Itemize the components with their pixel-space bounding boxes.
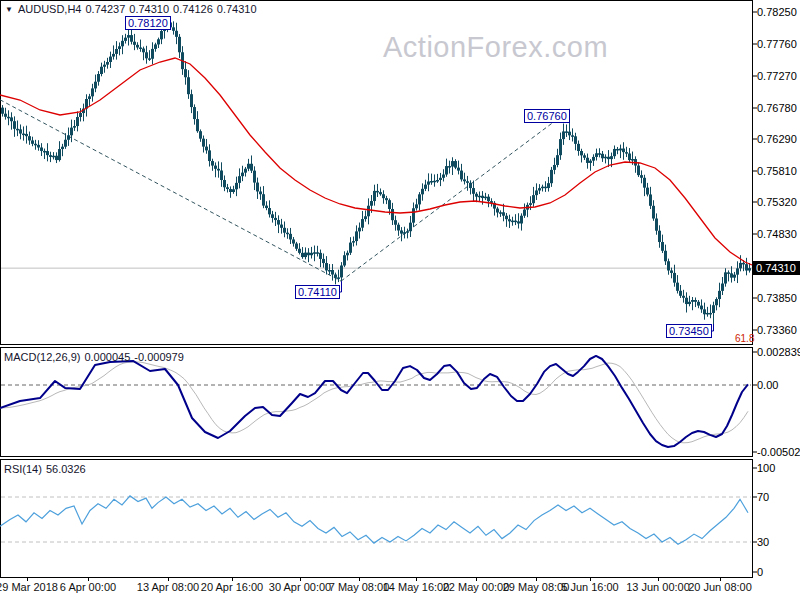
price-axis-label: 0.76780: [757, 102, 797, 114]
price-axis-label: 0.75320: [757, 196, 797, 208]
date-label: 6 Apr 00:00: [43, 581, 133, 593]
macd-axis-label: 0.002839: [757, 346, 800, 358]
price-axis-label: 0.78250: [757, 6, 797, 18]
macd-axis-label: 0.00: [757, 379, 778, 391]
macd-axis-label: -0.005021: [757, 446, 800, 458]
price-axis-label: 0.77270: [757, 70, 797, 82]
price-axis-label: 0.73850: [757, 292, 797, 304]
price-axis-label: 0.77760: [757, 38, 797, 50]
price-axis-label: 0.73360: [757, 324, 797, 336]
axis-labels-layer: 0.782500.777600.772700.767800.762900.758…: [0, 0, 800, 600]
rsi-axis-label: 100: [757, 462, 775, 474]
price-annotation[interactable]: 0.76760: [524, 109, 570, 123]
rsi-axis-label: 70: [757, 491, 769, 503]
rsi-axis-label: 30: [757, 536, 769, 548]
price-annotation[interactable]: 0.73450: [666, 324, 712, 338]
rsi-axis-label: 0: [757, 566, 763, 578]
price-axis-label: 0.75810: [757, 165, 797, 177]
price-annotation[interactable]: 0.78120: [125, 16, 171, 30]
price-axis-label: 0.74830: [757, 228, 797, 240]
date-label: 20 Jun 08:00: [675, 581, 765, 593]
price-annotation[interactable]: 0.74110: [295, 285, 340, 299]
trading-chart-window: ▼AUDUSD,H40.742370.743100.741260.74310 A…: [0, 0, 800, 600]
price-axis-label: 0.76290: [757, 133, 797, 145]
